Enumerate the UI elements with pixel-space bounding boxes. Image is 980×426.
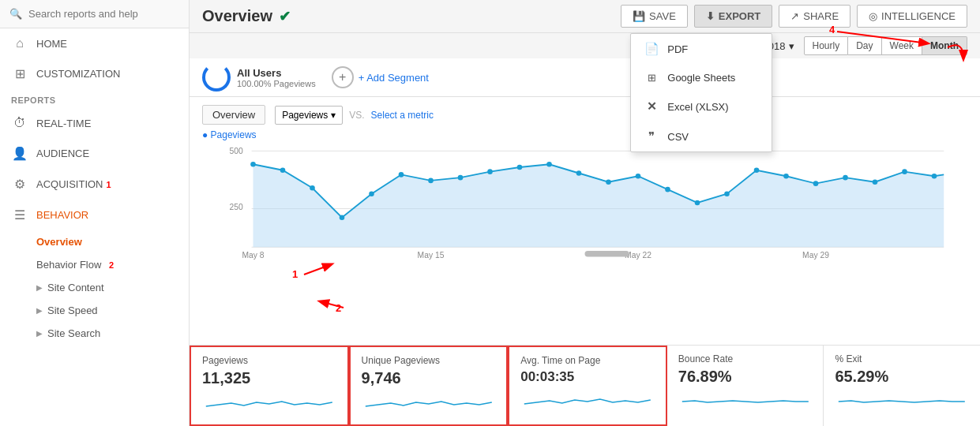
data-point-23 (902, 169, 907, 174)
sidebar-item-realtime[interactable]: ⏱ REAL-TIME (0, 108, 189, 138)
sidebar-sub-overview[interactable]: Overview (0, 230, 189, 253)
stat-label-avg-time: Avg. Time on Page (520, 355, 655, 366)
search-bar[interactable]: 🔍 (0, 0, 189, 28)
sidebar-sub-behavior-flow[interactable]: Behavior Flow 2 (0, 253, 189, 276)
stat-value-bounce-rate: 76.89% (678, 368, 813, 386)
granularity-month[interactable]: Month (922, 36, 967, 55)
data-point-6 (399, 172, 404, 178)
share-button[interactable]: ↗ SHARE (779, 5, 850, 28)
chart-legend: ● Pageviews (202, 129, 967, 140)
granularity-week[interactable]: Week (882, 36, 922, 55)
sidebar-item-audience-label: AUDIENCE (36, 148, 89, 159)
sidebar-sub-site-search[interactable]: ▶ Site Search (0, 322, 189, 345)
export-excel-item[interactable]: ✕ Excel (XLSX) (631, 92, 772, 121)
export-dropdown-container: ⬇ EXPORT 📄 PDF ⊞ Google Sheets ✕ Excel (… (694, 5, 772, 28)
stat-value-avg-time: 00:03:35 (520, 369, 655, 385)
google-sheets-icon: ⊞ (644, 72, 659, 84)
share-icon: ↗ (790, 10, 799, 22)
granularity-day[interactable]: Day (848, 36, 881, 55)
data-point-10 (517, 165, 523, 170)
y-label-500: 500 (230, 147, 243, 155)
segment-circle-icon (202, 63, 231, 92)
acquisition-icon: ⚙ (11, 177, 28, 192)
overview-tab[interactable]: Overview (202, 105, 265, 125)
data-point-11 (546, 162, 552, 167)
add-segment-icon: + (332, 66, 354, 88)
audience-icon: 👤 (11, 146, 28, 161)
stat-card-bounce-rate: Bounce Rate 76.89% (667, 346, 824, 426)
data-point-4 (340, 215, 345, 220)
main-content: Overview ✔ 💾 SAVE ⬇ EXPORT 📄 PDF ⊞ Googl… (190, 0, 980, 426)
sidebar-item-home[interactable]: ⌂ HOME (0, 28, 189, 58)
csv-label: CSV (667, 131, 689, 143)
segment-all-users: All Users 100.00% Pageviews (202, 63, 316, 92)
date-granularity-bar: Jun 6, 2018 ▾ Hourly Day Week Month (190, 33, 980, 58)
pdf-label: PDF (667, 43, 688, 55)
sidebar-item-customization[interactable]: ⊞ CUSTOMIZATION (0, 58, 189, 89)
data-point-1 (250, 162, 256, 167)
chart-scroll-handle[interactable] (585, 251, 629, 257)
sidebar-sub-site-content[interactable]: ▶ Site Content (0, 276, 189, 299)
date-range-chevron-icon: ▾ (789, 40, 794, 52)
sidebar-item-home-label: HOME (36, 38, 67, 50)
expand-icon-site-content: ▶ (36, 283, 43, 292)
data-point-15 (665, 187, 670, 192)
granularity-hourly[interactable]: Hourly (804, 36, 849, 55)
customization-icon: ⊞ (11, 66, 28, 81)
data-point-8 (458, 175, 464, 181)
export-google-sheets-item[interactable]: ⊞ Google Sheets (631, 64, 772, 92)
save-button[interactable]: 💾 SAVE (621, 5, 688, 28)
sidebar-sub-site-speed[interactable]: ▶ Site Speed (0, 299, 189, 322)
sub-site-search-label: Site Search (47, 327, 100, 339)
behavior-icon: ☰ (11, 207, 28, 222)
vs-label: VS. (349, 110, 364, 121)
search-icon: 🔍 (9, 8, 22, 20)
csv-icon: ❞ (644, 129, 659, 144)
metric-selector: Pageviews ▾ VS. Select a metric (275, 106, 434, 125)
export-pdf-item[interactable]: 📄 PDF (631, 34, 772, 64)
select-metric-link[interactable]: Select a metric (371, 110, 434, 121)
stat-card-pageviews: Pageviews 11,325 (190, 346, 349, 426)
intelligence-icon: ◎ (869, 10, 877, 22)
x-label-may29: May 29 (802, 251, 829, 260)
segment-sub: 100.00% Pageviews (237, 79, 316, 88)
sub-site-content-label: Site Content (47, 282, 104, 293)
sub-overview-label: Overview (36, 236, 82, 248)
intelligence-button[interactable]: ◎ INTELLIGENCE (857, 5, 967, 28)
export-csv-item[interactable]: ❞ CSV (631, 121, 772, 151)
y-label-250: 250 (230, 203, 243, 211)
intelligence-label: INTELLIGENCE (881, 10, 956, 22)
search-input[interactable] (28, 8, 171, 20)
add-segment-label: + Add Segment (359, 72, 429, 84)
data-point-20 (813, 181, 819, 186)
sidebar-item-acquisition[interactable]: ⚙ ACQUISITION 1 (0, 169, 189, 200)
chart-section: Overview Pageviews ▾ VS. Select a metric… (190, 97, 980, 345)
chart-legend-label: ● Pageviews (202, 129, 257, 140)
data-point-19 (783, 174, 789, 179)
stats-row: Pageviews 11,325 Unique Pageviews 9,746 … (190, 345, 980, 426)
data-point-5 (369, 191, 374, 196)
sidebar-item-customization-label: CUSTOMIZATION (36, 68, 120, 80)
data-point-17 (724, 191, 730, 196)
export-button[interactable]: ⬇ EXPORT (694, 5, 772, 28)
data-point-9 (487, 169, 493, 174)
granularity-buttons: Hourly Day Week Month (804, 36, 967, 55)
share-label: SHARE (803, 10, 839, 22)
data-point-7 (428, 178, 434, 184)
chart-header: Overview Pageviews ▾ VS. Select a metric (202, 105, 967, 125)
chart-controls: Overview Pageviews ▾ VS. Select a metric (202, 105, 434, 125)
verified-badge-icon: ✔ (279, 8, 291, 25)
sidebar-item-behavior[interactable]: ☰ BEHAVIOR (0, 200, 189, 230)
stat-label-pct-exit: % Exit (835, 353, 969, 364)
stat-value-pageviews: 11,325 (202, 369, 336, 387)
excel-icon: ✕ (644, 99, 659, 114)
x-label-may15: May 15 (418, 251, 445, 260)
reports-section-label: Reports (0, 89, 189, 108)
sidebar-item-audience[interactable]: 👤 AUDIENCE (0, 138, 189, 169)
metric-select-dropdown[interactable]: Pageviews ▾ (275, 106, 343, 125)
data-point-14 (636, 174, 641, 179)
stat-value-pct-exit: 65.29% (835, 368, 969, 386)
stat-card-avg-time: Avg. Time on Page 00:03:35 (508, 346, 667, 426)
metric-select-chevron-icon: ▾ (331, 110, 336, 121)
add-segment-button[interactable]: + + Add Segment (332, 66, 429, 88)
